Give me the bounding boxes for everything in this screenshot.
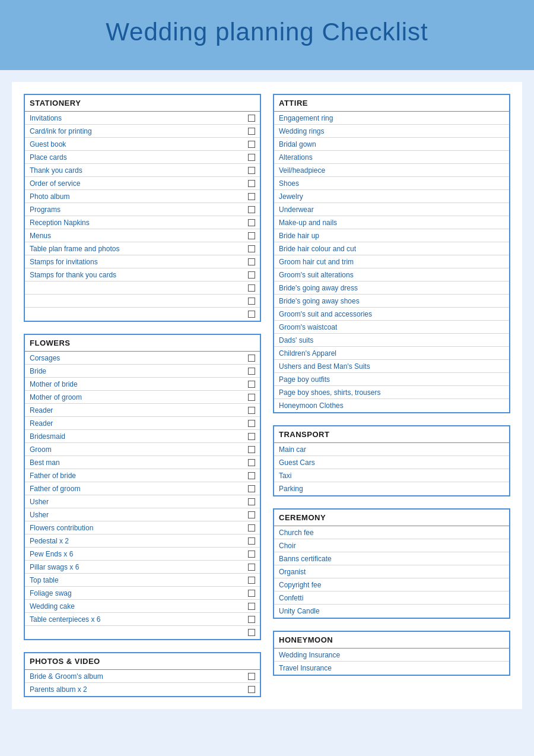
list-item: Wedding rings [274, 125, 509, 138]
checkbox[interactable] [248, 407, 255, 414]
list-item: Flowers contribution [25, 521, 260, 534]
checkbox[interactable] [248, 245, 255, 252]
checkbox[interactable] [248, 394, 255, 401]
checkbox[interactable] [248, 629, 255, 636]
list-item: Card/ink for printing [25, 125, 260, 138]
checkbox[interactable] [248, 193, 255, 200]
list-item: Parking [274, 482, 509, 495]
item-label: Bride hair colour and cut [279, 245, 504, 253]
item-label: Mother of groom [30, 393, 248, 401]
list-item: Guest book [25, 138, 260, 151]
item-label: Wedding cake [30, 602, 248, 611]
list-item: Table centerpieces x 6 [25, 613, 260, 626]
item-label: Copyright fee [279, 581, 504, 589]
attire-list: Engagement ringWedding ringsBridal gownA… [274, 112, 509, 412]
list-item: Unity Candle [274, 605, 509, 618]
item-label: Stamps for thank you cards [30, 271, 248, 279]
checkbox[interactable] [248, 141, 255, 148]
checkbox[interactable] [248, 232, 255, 239]
checkbox[interactable] [248, 564, 255, 571]
list-item: Groom [25, 443, 260, 456]
item-label: Father of bride [30, 472, 248, 480]
checkbox[interactable] [248, 459, 255, 466]
checkbox[interactable] [248, 686, 255, 693]
checkbox[interactable] [248, 355, 255, 362]
item-label: Shoes [279, 179, 504, 188]
list-item: Bride & Groom's album [25, 670, 260, 683]
item-label: Programs [30, 205, 248, 214]
checkbox[interactable] [248, 420, 255, 427]
checkbox[interactable] [248, 381, 255, 388]
checkbox[interactable] [248, 271, 255, 279]
list-item: Copyright fee [274, 578, 509, 591]
list-item: Bride hair up [274, 229, 509, 242]
checkbox[interactable] [248, 673, 255, 680]
item-label: Flowers contribution [30, 524, 248, 532]
checkbox[interactable] [248, 603, 255, 610]
checkbox[interactable] [248, 551, 255, 558]
checkbox[interactable] [248, 511, 255, 518]
flowers-list: CorsagesBrideMother of brideMother of gr… [25, 352, 260, 639]
checkbox[interactable] [248, 284, 255, 292]
checkbox[interactable] [248, 577, 255, 584]
item-label: Unity Candle [279, 607, 504, 615]
transport-section: TRANSPORT Main carGuest CarsTaxiParking [273, 425, 510, 496]
list-item: Confetti [274, 591, 509, 605]
checkbox[interactable] [248, 180, 255, 187]
item-label: Veil/headpiece [279, 166, 504, 175]
checkbox[interactable] [248, 433, 255, 440]
checkbox[interactable] [248, 128, 255, 135]
list-item: Taxi [274, 469, 509, 482]
checkbox[interactable] [248, 206, 255, 213]
honeymoon-title: HONEYMOON [274, 632, 509, 649]
checkbox[interactable] [248, 154, 255, 161]
list-item: Children's Apparel [274, 347, 509, 360]
item-label: Usher [30, 511, 248, 519]
list-item: Bride's going away shoes [274, 295, 509, 308]
list-item: Ushers and Best Man's Suits [274, 360, 509, 373]
item-label: Bride's going away dress [279, 284, 504, 292]
checkbox[interactable] [248, 616, 255, 623]
item-label: Church fee [279, 529, 504, 537]
checkbox[interactable] [248, 446, 255, 453]
checkbox[interactable] [248, 167, 255, 174]
item-label: Reader [30, 419, 248, 428]
checkbox[interactable] [248, 298, 255, 305]
list-item: Choir [274, 539, 509, 552]
item-label: Page boy shoes, shirts, trousers [279, 388, 504, 397]
checkbox[interactable] [248, 219, 255, 226]
list-item: Pedestal x 2 [25, 534, 260, 548]
checkbox[interactable] [248, 537, 255, 545]
checkbox[interactable] [248, 590, 255, 597]
checkbox[interactable] [248, 472, 255, 479]
list-item: Reception Napkins [25, 216, 260, 229]
honeymoon-list: Wedding InsuranceTravel Insurance [274, 649, 509, 675]
list-item: Usher [25, 508, 260, 521]
checkbox[interactable] [248, 115, 255, 122]
item-label: Jewelry [279, 192, 504, 201]
checkbox[interactable] [248, 498, 255, 505]
item-label: Guest book [30, 140, 248, 148]
checkbox[interactable] [248, 258, 255, 265]
checkbox[interactable] [248, 524, 255, 532]
list-item [25, 626, 260, 639]
item-label: Taxi [279, 472, 504, 480]
ceremony-list: Church feeChoirBanns certificateOrganist… [274, 526, 509, 618]
checkbox[interactable] [248, 485, 255, 492]
honeymoon-section: HONEYMOON Wedding InsuranceTravel Insura… [273, 631, 510, 676]
stationery-list: InvitationsCard/ink for printingGuest bo… [25, 112, 260, 321]
transport-title: TRANSPORT [274, 426, 509, 443]
item-label: Groom hair cut and trim [279, 258, 504, 266]
item-label: Guest Cars [279, 458, 504, 467]
item-label: Invitations [30, 114, 248, 122]
list-item: Bride's going away dress [274, 281, 509, 295]
item-label: Underwear [279, 205, 504, 214]
item-label: Menus [30, 232, 248, 240]
list-item: Pillar swags x 6 [25, 561, 260, 574]
list-item: Page boy outfits [274, 373, 509, 386]
list-item: Stamps for invitations [25, 255, 260, 268]
checkbox[interactable] [248, 311, 255, 318]
list-item: Reader [25, 404, 260, 417]
checkbox[interactable] [248, 368, 255, 375]
stationery-title: STATIONERY [25, 95, 260, 112]
